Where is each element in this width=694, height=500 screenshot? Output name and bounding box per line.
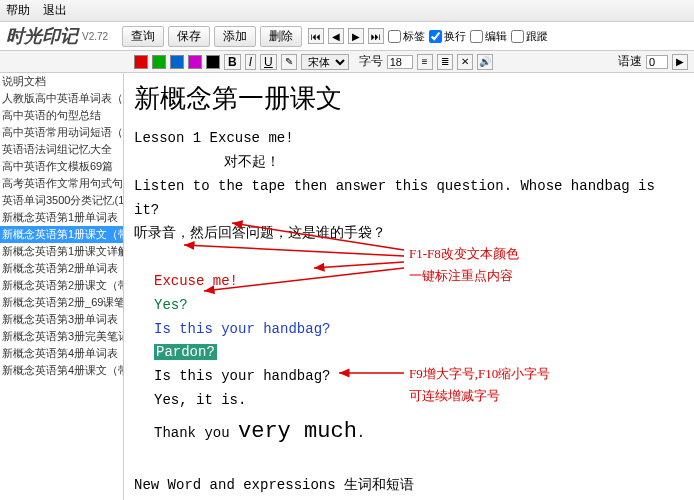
color-black[interactable] (206, 55, 220, 69)
tree-item[interactable]: 新概念英语第1册课文详解及英语语法(全 (0, 243, 123, 260)
tree-item[interactable]: 新概念英语第4册课文（带翻译） (0, 362, 123, 379)
color-red[interactable] (134, 55, 148, 69)
tree-item[interactable]: 高考英语作文常用句式句型 (0, 175, 123, 192)
nav-last-icon[interactable]: ⏭ (368, 28, 384, 44)
delete-button[interactable]: 删除 (260, 26, 302, 47)
nav-prev-icon[interactable]: ◀ (328, 28, 344, 44)
clear-format-icon[interactable]: ✕ (457, 54, 473, 70)
tree-item[interactable]: 新概念英语第2册_69课笔记 (0, 294, 123, 311)
highlight-icon[interactable]: ✎ (281, 54, 297, 70)
editor-pane[interactable]: 新概念第一册课文 Lesson 1 Excuse me! 对不起！ Listen… (124, 73, 694, 500)
main-area: 说明文档人教版高中英语单词表（含音标）高中英语的句型总结高中英语常用动词短语（完… (0, 73, 694, 500)
menu-bar: 帮助 退出 (0, 0, 694, 22)
tree-item[interactable]: 新概念英语第4册单词表（带音标） (0, 345, 123, 362)
speed-label: 语速 (618, 53, 642, 70)
tree-item[interactable]: 新概念英语第1册课文（带翻译） (0, 226, 123, 243)
annotation-fontsize: F9增大字号,F10缩小字号可连续增减字号 (409, 363, 550, 407)
add-button[interactable]: 添加 (214, 26, 256, 47)
lesson-subtitle: 对不起！ (134, 151, 684, 175)
tree-item[interactable]: 新概念英语第1册单词表（带音标） (0, 209, 123, 226)
play-icon[interactable]: ▶ (672, 54, 688, 70)
font-select[interactable]: 宋体 (301, 54, 349, 70)
tree-item[interactable]: 说明文档 (0, 73, 123, 90)
color-magenta[interactable] (188, 55, 202, 69)
tree-item[interactable]: 英语语法词组记忆大全 (0, 141, 123, 158)
tree-item[interactable]: 英语单词3500分类记忆(1) (0, 192, 123, 209)
app-logo: 时光印记 (6, 24, 78, 48)
color-green[interactable] (152, 55, 166, 69)
doc-title: 新概念第一册课文 (134, 77, 684, 121)
italic-button[interactable]: I (245, 54, 256, 70)
color-blue[interactable] (170, 55, 184, 69)
tree-item[interactable]: 人教版高中英语单词表（含音标） (0, 90, 123, 107)
underline-button[interactable]: U (260, 54, 277, 70)
instruction-en: Listen to the tape then answer this ques… (134, 175, 684, 223)
follow-checkbox[interactable]: 跟蹤 (511, 29, 548, 44)
tree-item[interactable]: 新概念英语第2册单词表（带音标） (0, 260, 123, 277)
font-size-label: 字号 (359, 53, 383, 70)
tree-item[interactable]: 高中英语的句型总结 (0, 107, 123, 124)
wrap-checkbox[interactable]: 换行 (429, 29, 466, 44)
align-left-icon[interactable]: ≡ (417, 54, 433, 70)
format-bar: B I U ✎ 宋体 字号 ≡ ≣ ✕ 🔊 语速 ▶ (0, 51, 694, 73)
svg-line-1 (184, 245, 404, 256)
nav-first-icon[interactable]: ⏮ (308, 28, 324, 44)
speaker-icon[interactable]: 🔊 (477, 54, 493, 70)
edit-checkbox[interactable]: 编辑 (470, 29, 507, 44)
speed-input[interactable] (646, 55, 668, 69)
sidebar-tree[interactable]: 说明文档人教版高中英语单词表（含音标）高中英语的句型总结高中英语常用动词短语（完… (0, 73, 124, 500)
line-q1: Is this your handbag? (134, 318, 684, 342)
bold-button[interactable]: B (224, 54, 241, 70)
app-version: V2.72 (82, 31, 108, 42)
lesson-line: Lesson 1 Excuse me! (134, 127, 684, 151)
tree-item[interactable]: 新概念英语第3册完美笔记 (0, 328, 123, 345)
align-center-icon[interactable]: ≣ (437, 54, 453, 70)
vocab-header: New Word and expressions 生词和短语 (134, 474, 684, 498)
line-yes: Yes? (134, 294, 684, 318)
tree-item[interactable]: 新概念英语第3册单词表（带音标） (0, 311, 123, 328)
menu-help[interactable]: 帮助 (6, 3, 30, 17)
svg-line-2 (314, 262, 404, 268)
tree-item[interactable]: 高中英语作文模板69篇 (0, 158, 123, 175)
save-button[interactable]: 保存 (168, 26, 210, 47)
annotation-colors: F1-F8改变文本颜色一键标注重点内容 (409, 243, 519, 287)
tree-item[interactable]: 新概念英语第2册课文（带翻译） (0, 277, 123, 294)
line-thank: Thank you very much. (134, 413, 684, 450)
nav-next-icon[interactable]: ▶ (348, 28, 364, 44)
tree-item[interactable]: 高中英语常用动词短语（完整版） (0, 124, 123, 141)
line-pardon: Pardon? (134, 341, 684, 365)
query-button[interactable]: 查询 (122, 26, 164, 47)
menu-exit[interactable]: 退出 (43, 3, 67, 17)
title-bar: 时光印记 V2.72 查询 保存 添加 删除 ⏮ ◀ ▶ ⏭ 标签 换行 编辑 … (0, 22, 694, 51)
font-size-input[interactable] (387, 55, 413, 69)
tag-checkbox[interactable]: 标签 (388, 29, 425, 44)
